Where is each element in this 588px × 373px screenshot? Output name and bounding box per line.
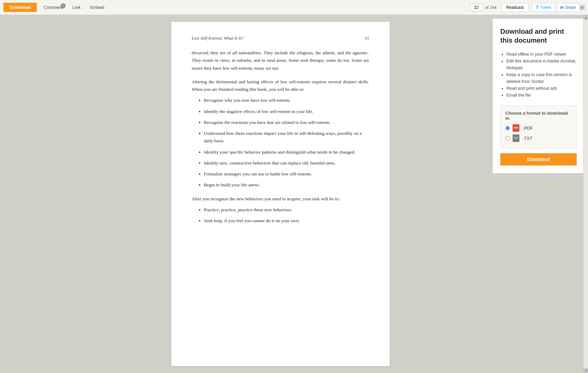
pdf-icon: PDF [513,124,519,132]
comment-label: Comment [44,5,63,10]
pdf-radio[interactable] [505,126,510,130]
share-button[interactable]: in Share [556,3,580,12]
document-title: Low Self-Esteem: What Is It? [192,35,244,41]
toolbar: Download Comment 0 Link Embed of 244 Rea… [0,0,588,15]
txt-radio[interactable] [505,136,510,141]
format-option-txt: TXT .TXT [505,134,572,142]
download-button[interactable]: Download [3,3,37,12]
scroll-down-right[interactable]: ▼ [584,368,588,373]
list-item: Identify new, constructive behaviors tha… [204,159,369,167]
list-item: Seek help, if you feel you cannot do it … [204,217,369,225]
list-item: Recognize why you now have low self-este… [204,97,369,104]
list-item: Recognize the reactions you have that ar… [204,119,369,126]
readcast-button[interactable]: Readcast [501,3,529,12]
tweet-button[interactable]: 𝕋 Tweet [532,3,555,12]
embed-button[interactable]: Embed [85,3,109,12]
link-button[interactable]: Link [68,3,85,12]
paragraph-1: divorced; they are of all nationalities.… [192,49,369,72]
benefits-list: Read offline in your PDF viewer Edit thi… [506,51,577,99]
scroll-up-arrow[interactable]: ▲ [580,5,585,10]
list-item: Identify the negative effects of low sel… [204,108,369,115]
download-action-button[interactable]: Download [500,153,577,166]
share-label: Share [565,5,576,10]
list-item: Formulate strategies you can use to batt… [204,170,369,178]
tweet-label: Tweet [540,5,551,10]
list-item: Practice, practice, practice these new b… [204,206,369,214]
download-card: Download and print this document Read of… [492,18,585,173]
linkedin-icon: in [560,5,564,10]
format-section: Choose a format to download in PDF .PDF … [500,105,577,148]
bullet-list-2: Practice, practice, practice these new b… [204,206,369,225]
right-panel: Download and print this document Read of… [489,15,588,373]
format-section-label: Choose a format to download in [505,111,572,121]
bullet-list-1: Recognize why you now have low self-este… [204,97,369,189]
list-item: Identify your specific behavior patterns… [204,148,369,156]
paragraph-3: After you recognize the new behaviors yo… [192,195,369,203]
list-item: Understand how these reactions impact yo… [204,130,369,145]
scroll-up-right[interactable]: ▲ [584,15,588,20]
twitter-icon: 𝕋 [536,5,539,10]
document-page: Low Self-Esteem: What Is It? 15 divorced… [171,22,390,366]
comment-button[interactable]: Comment 0 [39,3,68,12]
right-scrollbar: ▲ ▼ [583,15,588,373]
benefit-item: Read and print without ads [506,85,577,92]
page-total: of 244 [485,5,497,10]
benefit-item: Keep a copy in case this version is dele… [506,71,577,85]
page-number-input[interactable] [470,4,483,11]
comment-badge: 0 [61,3,66,8]
left-gutter [0,15,72,373]
paragraph-2: Altering the detrimental and lasting eff… [192,78,369,94]
page-navigation: of 244 [470,4,497,11]
document-page-number: 15 [365,35,369,41]
benefit-item: Email the file [506,92,577,99]
download-card-title: Download and print this document [500,27,577,45]
pdf-label[interactable]: .PDF [523,126,533,131]
format-option-pdf: PDF .PDF [505,124,572,132]
scroll-track[interactable] [584,20,588,368]
benefit-item: Edit this document in Adobe Acrobat, Not… [506,58,577,71]
txt-icon: TXT [513,134,519,142]
document-header: Low Self-Esteem: What Is It? 15 [192,35,369,41]
txt-label[interactable]: .TXT [523,136,532,141]
document-area: Low Self-Esteem: What Is It? 15 divorced… [72,15,489,373]
main-layout: Low Self-Esteem: What Is It? 15 divorced… [0,15,588,373]
list-item: Begin to build your life anew! [204,181,369,189]
benefit-item: Read offline in your PDF viewer [506,51,577,58]
